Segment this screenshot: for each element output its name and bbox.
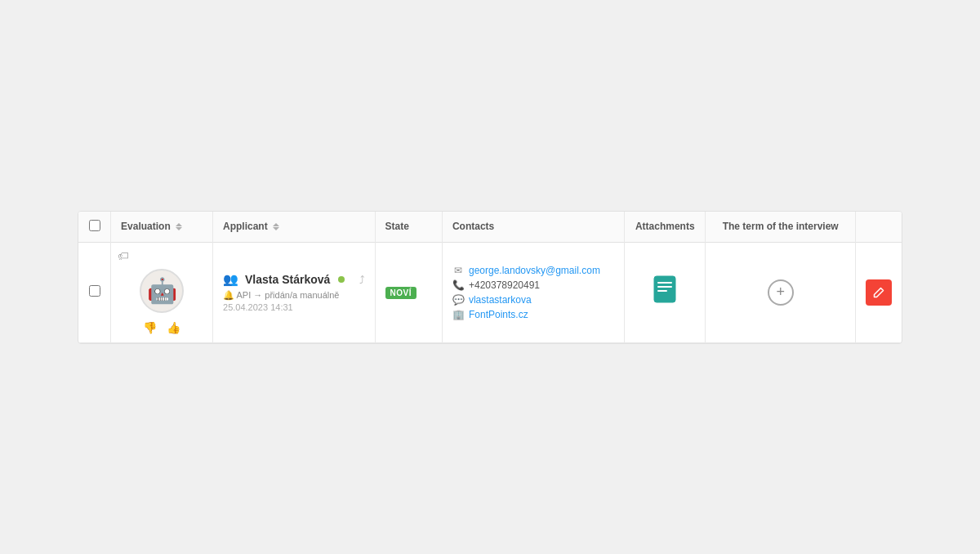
table-header-row: Evaluation Applicant <box>78 212 902 243</box>
contacts-cell: ✉ george.landovsky@gmail.com 📞 +42037892… <box>442 242 624 342</box>
thumbup-button[interactable]: 👍 <box>165 319 182 336</box>
group-icon: 👥 <box>223 272 238 287</box>
evaluation-cell: 🏷 🤖 👎 👍 <box>111 242 213 342</box>
company-icon: 🏢 <box>452 309 464 320</box>
avatar-image: 🤖 <box>147 279 177 303</box>
avatar: 🤖 <box>140 269 184 313</box>
contact-company-row: 🏢 FontPoints.cz <box>452 309 614 320</box>
svg-rect-1 <box>657 282 672 284</box>
page-wrapper: Evaluation Applicant <box>0 0 980 554</box>
tag-icon: 🏷 <box>118 249 129 262</box>
contact-phone-row: 📞 +420378920491 <box>452 279 614 291</box>
skype-link[interactable]: vlastastarkova <box>469 294 532 306</box>
col-header-state: State <box>375 212 442 243</box>
add-interview-button[interactable]: + <box>768 279 794 306</box>
email-link[interactable]: george.landovsky@gmail.com <box>469 265 600 276</box>
applicant-name: Vlasta Stárková <box>245 273 330 286</box>
attachment-icon <box>653 284 676 308</box>
col-header-contacts: Contacts <box>442 212 624 243</box>
applicant-date: 25.04.2023 14:31 <box>223 302 364 312</box>
svg-rect-3 <box>657 290 667 292</box>
state-badge: NOVÍ <box>385 287 416 299</box>
phone-icon: 📞 <box>452 279 464 291</box>
col-header-interview: The term of the interview <box>706 212 855 243</box>
applicant-cell: 👥 Vlasta Stárková ⤴ 🔔 API → přidán/a man… <box>213 242 375 342</box>
contact-email-row: ✉ george.landovsky@gmail.com <box>452 265 614 276</box>
share-button[interactable]: ⤴ <box>359 274 365 286</box>
attachments-cell <box>625 242 706 342</box>
col-header-checkbox <box>78 212 111 243</box>
phone-number: +420378920491 <box>469 279 540 291</box>
select-all-checkbox[interactable] <box>89 220 100 231</box>
sort-icon-evaluation <box>176 223 182 230</box>
col-header-evaluation[interactable]: Evaluation <box>111 212 213 243</box>
online-status-dot <box>338 276 345 283</box>
company-link[interactable]: FontPoints.cz <box>469 309 528 320</box>
skype-icon: 💬 <box>452 294 464 306</box>
edit-button[interactable] <box>866 279 892 306</box>
row-checkbox-cell <box>78 242 111 342</box>
svg-rect-2 <box>657 286 672 288</box>
source-icon: 🔔 <box>223 290 234 300</box>
row-checkbox[interactable] <box>89 285 100 297</box>
interview-term-cell: + <box>706 242 855 342</box>
applicants-table: Evaluation Applicant <box>78 212 902 343</box>
table-row: 🏷 🤖 👎 👍 <box>78 242 902 342</box>
svg-rect-0 <box>654 276 675 302</box>
col-header-attachments: Attachments <box>625 212 706 243</box>
thumbdown-button[interactable]: 👎 <box>141 319 158 336</box>
email-icon: ✉ <box>452 265 464 276</box>
actions-cell <box>855 242 902 342</box>
state-cell: NOVÍ <box>375 242 442 342</box>
sort-icon-applicant <box>273 223 279 230</box>
applicant-source: 🔔 API → přidán/a manuálně <box>223 290 364 301</box>
col-header-applicant[interactable]: Applicant <box>213 212 375 243</box>
table-container: Evaluation Applicant <box>78 211 902 344</box>
contact-skype-row: 💬 vlastastarkova <box>452 294 614 306</box>
col-header-actions <box>855 212 902 243</box>
